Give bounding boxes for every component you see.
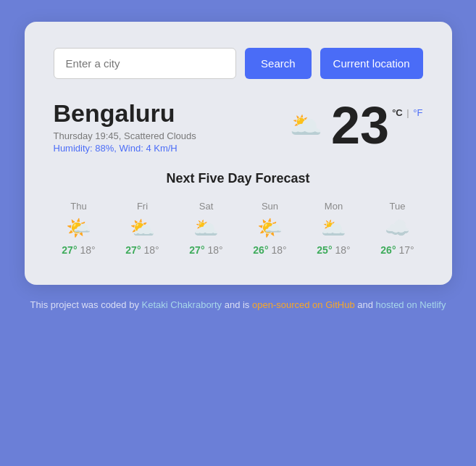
forecast-day-icon: 🌥️ (321, 216, 346, 240)
forecast-day-label: Tue (390, 201, 406, 212)
forecast-day-5: Tue ☁️ 26° 17° (372, 201, 423, 256)
forecast-temp-low: 18° (80, 244, 96, 256)
humidity-value: 88%, (95, 143, 119, 154)
fahrenheit-unit: °F (413, 107, 422, 118)
city-date: Thursday 19:45, Scattered Clouds (54, 130, 196, 141)
wind-value: 4 Km/H (146, 143, 177, 154)
forecast-day-temps: 26° 17° (380, 244, 414, 256)
search-button[interactable]: Search (245, 48, 312, 79)
forecast-day-temps: 26° 18° (253, 244, 286, 256)
footer-middle: and is (222, 299, 252, 310)
footer: This project was coded by Ketaki Chakrab… (30, 299, 446, 317)
current-weather-section: Bengaluru Thursday 19:45, Scattered Clou… (54, 99, 423, 154)
search-row: Search Current location (54, 48, 423, 79)
city-humidity: Humidity: 88%, Wind: 4 Km/H (54, 143, 196, 154)
forecast-temp-high: 27° (125, 244, 141, 256)
forecast-day-temps: 27° 18° (62, 244, 95, 256)
wind-label: Wind: (120, 143, 146, 154)
footer-author-link[interactable]: Ketaki Chakraborty (142, 299, 222, 310)
forecast-day-0: Thu 🌤️ 27° 18° (54, 201, 104, 256)
forecast-temp-low: 18° (208, 244, 223, 256)
celsius-unit: °C (392, 107, 403, 118)
footer-netlify-link[interactable]: hosted on Netlify (376, 299, 446, 310)
footer-and: and (355, 299, 376, 310)
humidity-label: Humidity: (54, 143, 96, 154)
footer-github-link[interactable]: open-sourced on GitHub (252, 299, 355, 310)
forecast-day-4: Mon 🌥️ 25° 18° (309, 201, 359, 256)
forecast-day-label: Sun (262, 201, 278, 212)
forecast-day-label: Sat (199, 201, 214, 212)
city-name: Bengaluru (54, 99, 196, 128)
temperature-value: 23 (331, 99, 389, 151)
forecast-row: Thu 🌤️ 27° 18° Fri ⛅ 27° 18° Sat 🌥️ 27° … (54, 201, 423, 256)
forecast-temp-high: 25° (317, 244, 332, 256)
forecast-day-2: Sat 🌥️ 27° 18° (181, 201, 232, 256)
forecast-day-label: Fri (137, 201, 148, 212)
forecast-day-temps: 25° 18° (317, 244, 350, 256)
forecast-temp-low: 18° (272, 244, 287, 256)
forecast-day-icon: 🌤️ (257, 216, 283, 240)
unit-separator: | (406, 107, 409, 118)
temperature-units: °C | °F (392, 107, 422, 120)
forecast-temp-high: 27° (189, 244, 204, 256)
forecast-temp-high: 27° (62, 244, 77, 256)
forecast-day-icon: 🌥️ (193, 216, 219, 240)
forecast-day-icon: ⛅ (130, 216, 155, 240)
forecast-day-label: Thu (70, 201, 86, 212)
forecast-day-3: Sun 🌤️ 26° 18° (245, 201, 296, 256)
forecast-day-icon: 🌤️ (66, 216, 91, 240)
temperature-section: 🌥️ 23 °C | °F (290, 99, 422, 151)
current-location-button[interactable]: Current location (320, 48, 423, 79)
forecast-temp-high: 26° (380, 244, 396, 256)
forecast-temp-high: 26° (253, 244, 268, 256)
footer-prefix: This project was coded by (30, 299, 142, 310)
forecast-temp-low: 17° (399, 244, 414, 256)
forecast-temp-low: 18° (335, 244, 351, 256)
city-search-input[interactable] (54, 48, 237, 79)
forecast-temp-low: 18° (144, 244, 159, 256)
forecast-day-1: Fri ⛅ 27° 18° (117, 201, 168, 256)
forecast-day-temps: 27° 18° (125, 244, 159, 256)
forecast-title: Next Five Day Forecast (54, 171, 423, 186)
forecast-day-icon: ☁️ (385, 216, 410, 240)
main-weather-icon: 🌥️ (290, 110, 322, 141)
forecast-day-label: Mon (325, 201, 343, 212)
temperature-display: 23 °C | °F (331, 99, 422, 151)
city-info: Bengaluru Thursday 19:45, Scattered Clou… (54, 99, 196, 154)
weather-card: Search Current location Bengaluru Thursd… (25, 22, 452, 285)
forecast-day-temps: 27° 18° (189, 244, 222, 256)
